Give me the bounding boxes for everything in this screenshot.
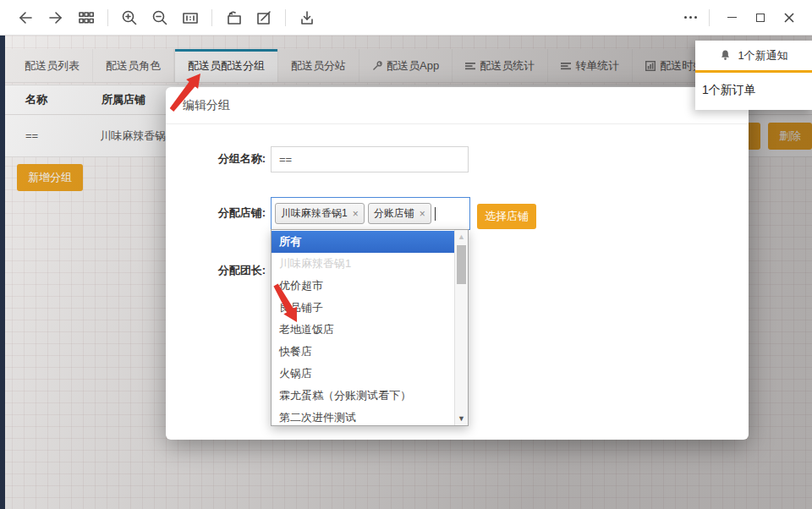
dropdown-item-disabled: 川味麻辣香锅1: [272, 253, 454, 275]
zoom-in-icon[interactable]: [118, 7, 140, 29]
notification-header[interactable]: 1个新通知: [695, 41, 812, 73]
minimize-icon[interactable]: [719, 7, 744, 29]
group-name-input[interactable]: [271, 146, 469, 172]
dropdown-item[interactable]: 优价超市: [272, 275, 454, 297]
scroll-down-icon[interactable]: ▼: [455, 414, 468, 423]
dropdown-item-all[interactable]: 所有: [272, 231, 454, 253]
dropdown-item[interactable]: 霖尤蛋糕（分账测试看下）: [272, 385, 454, 407]
notification-panel: 1个新通知 1个新订单: [695, 41, 812, 110]
notification-item[interactable]: 1个新订单: [695, 73, 812, 110]
store-dropdown: 所有 川味麻辣香锅1 优价超市 良品铺子 老地道饭店 快餐店 火锅店 霖尤蛋糕（…: [271, 229, 469, 426]
toolbar-divider: [211, 9, 212, 26]
viewer-toolbar: [0, 0, 812, 36]
remove-tag-icon[interactable]: ×: [353, 209, 359, 219]
dropdown-item[interactable]: 老地道饭店: [272, 319, 454, 341]
modal-header: 编辑分组: [166, 87, 749, 124]
rotate-icon[interactable]: [222, 7, 244, 29]
dropdown-item[interactable]: 第二次进件测试: [272, 407, 454, 426]
modal-title: 编辑分组: [183, 98, 230, 113]
dropdown-scrollbar[interactable]: ▲ ▼: [454, 230, 468, 425]
text-caret: [435, 207, 436, 221]
store-multiselect[interactable]: 川味麻辣香锅1 × 分账店铺 ×: [271, 197, 470, 230]
store-tag: 川味麻辣香锅1 ×: [275, 203, 365, 224]
zoom-out-icon[interactable]: [149, 7, 171, 29]
store-tag: 分账店铺 ×: [368, 203, 431, 224]
grid-icon[interactable]: [75, 7, 97, 29]
toolbar-divider: [709, 9, 710, 26]
scrollbar-thumb[interactable]: [457, 245, 466, 284]
download-icon[interactable]: [296, 7, 318, 29]
scroll-up-icon[interactable]: ▲: [455, 233, 468, 241]
dropdown-item[interactable]: 快餐店: [272, 341, 454, 363]
bell-icon: [719, 49, 732, 62]
back-icon[interactable]: [14, 7, 36, 29]
remove-tag-icon[interactable]: ×: [420, 209, 425, 219]
toolbar-divider: [107, 9, 108, 26]
group-name-label: 分组名称:: [166, 146, 266, 172]
leader-label: 分配团长:: [166, 258, 266, 283]
toolbar-divider: [285, 9, 286, 26]
app-window: 配送员列表 配送员角色 配送员配送分组 配送员分站 配送员App 配送员统计 转…: [0, 0, 812, 509]
edit-group-modal: 编辑分组 × 分组名称: 分配店铺: 川味麻辣香锅1 × 分账店铺 × 选择店铺…: [166, 87, 749, 440]
edit-icon[interactable]: [253, 7, 275, 29]
dropdown-item[interactable]: 良品铺子: [272, 297, 454, 319]
dropdown-item[interactable]: 火锅店: [272, 363, 454, 385]
forward-icon[interactable]: [45, 7, 67, 29]
maximize-icon[interactable]: [748, 7, 773, 29]
close-icon[interactable]: [776, 7, 802, 29]
notification-title: 1个新通知: [738, 48, 787, 63]
more-icon[interactable]: [678, 7, 703, 29]
actual-size-icon[interactable]: [179, 7, 201, 29]
select-store-button[interactable]: 选择店铺: [477, 204, 536, 229]
stores-label: 分配店铺:: [166, 200, 266, 226]
